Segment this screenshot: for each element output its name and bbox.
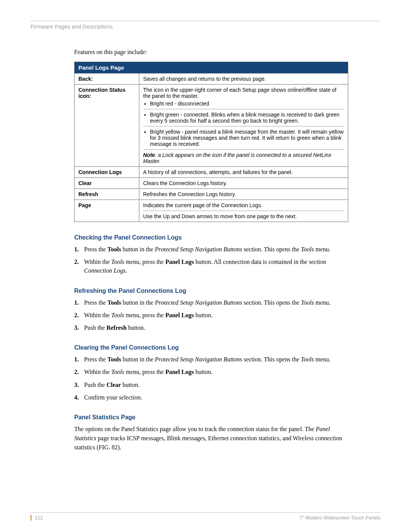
row-desc-refresh: Refreshes the Connection Logs history. [139,189,348,200]
row-label-conn-status: Connection Status icon: [75,85,139,167]
table-row: Page Indicates the current page of the C… [75,200,348,222]
table-row: Connection Status icon: The icon in the … [75,85,348,167]
footer-rule [30,512,381,513]
table-title: Panel Logs Page [75,62,348,73]
table-row: Connection Logs A history of all connect… [75,167,348,178]
bullet-green: Bright green - connected. Blinks when a … [150,112,344,124]
document-page: Firmware Pages and Descriptions Features… [0,0,411,532]
row-desc-back: Saves all changes and returns to the pre… [139,73,348,85]
list-item: 3.Push the Refresh button. [74,323,348,332]
row-desc-conn-status: The icon in the upper-right corner of ea… [139,85,348,167]
heading-stats: Panel Statistics Page [74,414,348,421]
row-label-clear: Clear [75,178,139,189]
conn-status-bullets: Bright red - disconnected [143,101,344,107]
note-text: : a Lock appears on the icon if the pane… [143,152,331,164]
panel-logs-table: Panel Logs Page Back: Saves all changes … [74,62,348,222]
table-row: Clear Clears the Connection Logs history… [75,178,348,189]
heading-refreshing: Refreshing the Panel Connections Log [74,288,348,294]
list-item: 2.Within the Tools menu, press the Panel… [74,257,348,275]
stats-paragraph: The options on the Panel Statistics page… [74,425,348,452]
table-row: Back: Saves all changes and returns to t… [75,73,348,85]
row-label-back: Back: [75,73,139,85]
row-desc-clear: Clears the Connection Logs history. [139,178,348,189]
page-desc1: Indicates the current page of the Connec… [143,202,344,208]
bullet-red: Bright red - disconnected [150,101,344,107]
row-label-refresh: Refresh [75,189,139,200]
divider [143,126,344,126]
intro-text: Features on this page include: [74,49,348,56]
content-area: Features on this page include: Panel Log… [74,49,348,452]
conn-status-bullets: Bright green - connected. Blinks when a … [143,112,344,124]
divider [143,109,344,109]
page-desc2: Use the Up and Down arrows to move from … [143,213,344,219]
list-item: 1.Press the Tools button in the Protecte… [74,298,348,307]
steps-refreshing: 1.Press the Tools button in the Protecte… [74,298,348,332]
row-desc-conn-logs: A history of all connections, attempts, … [139,167,348,178]
table-row: Refresh Refreshes the Connection Logs hi… [75,189,348,200]
divider [143,211,344,211]
row-desc-page: Indicates the current page of the Connec… [139,200,348,222]
list-item: 1.Press the Tools button in the Protecte… [74,355,348,364]
note-row: Note: a Lock appears on the icon if the … [143,149,344,164]
note-label: Note [143,152,155,158]
list-item: 2.Within the Tools menu, press the Panel… [74,311,348,320]
conn-status-desc: The icon in the upper-right corner of ea… [143,87,344,99]
list-item: 4.Confirm your selection. [74,393,348,402]
heading-checking: Checking the Panel Connection Logs [74,234,348,241]
header-rule [30,21,381,21]
steps-clearing: 1.Press the Tools button in the Protecte… [74,355,348,402]
list-item: 3.Push the Clear button. [74,380,348,389]
row-label-page: Page [75,200,139,222]
list-item: 1.Press the Tools button in the Protecte… [74,245,348,254]
conn-status-bullets: Bright yellow - panel missed a blink mes… [143,129,344,147]
steps-checking: 1.Press the Tools button in the Protecte… [74,245,348,275]
footer-doc-title: 7" Modero Widescreen Touch Panels [299,515,381,521]
running-header: Firmware Pages and Descriptions [30,24,381,30]
row-label-conn-logs: Connection Logs [75,167,139,178]
page-footer: 112 7" Modero Widescreen Touch Panels [30,512,381,521]
bullet-yellow: Bright yellow - panel missed a blink mes… [150,129,344,147]
page-number: 112 [30,515,43,521]
heading-clearing: Clearing the Panel Connections Log [74,344,348,351]
list-item: 2.Within the Tools menu, press the Panel… [74,367,348,376]
